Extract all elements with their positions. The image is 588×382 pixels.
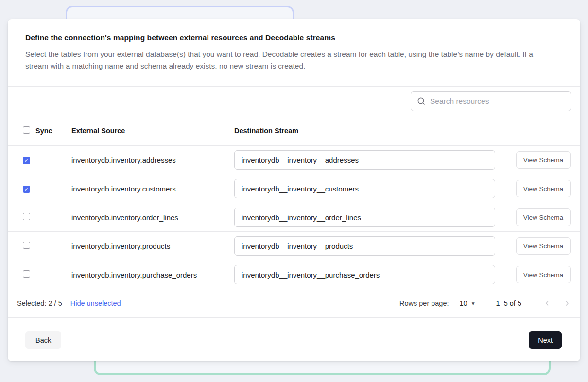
next-page-button[interactable] xyxy=(563,299,571,308)
destination-stream-input[interactable] xyxy=(234,150,495,170)
row-sync-checkbox[interactable] xyxy=(23,186,30,193)
view-schema-button[interactable]: View Schema xyxy=(516,208,571,226)
back-button[interactable]: Back xyxy=(25,331,61,349)
table-row: inventorydb.inventory.order_lines View S… xyxy=(8,203,580,231)
destination-stream-input[interactable] xyxy=(234,265,495,284)
dialog-header: Define the connection's mapping between … xyxy=(8,19,580,86)
search-icon xyxy=(417,97,426,105)
row-sync-checkbox[interactable] xyxy=(23,213,30,220)
rows-per-page-select[interactable]: 10 ▼ xyxy=(460,299,476,307)
dialog-description: Select the tables from your external dat… xyxy=(25,49,550,72)
caret-down-icon: ▼ xyxy=(471,301,476,306)
search-input[interactable] xyxy=(430,97,565,105)
destination-stream-input[interactable] xyxy=(234,179,495,198)
row-sync-checkbox[interactable] xyxy=(23,157,30,164)
external-source-label: inventorydb.inventory.customers xyxy=(71,185,234,193)
external-source-label: inventorydb.inventory.addresses xyxy=(71,156,234,164)
rows-per-page-label: Rows per page: xyxy=(399,299,449,307)
view-schema-button[interactable]: View Schema xyxy=(516,237,571,255)
destination-stream-input[interactable] xyxy=(234,208,495,227)
chevron-right-icon xyxy=(564,300,571,307)
view-schema-button[interactable]: View Schema xyxy=(516,180,571,197)
column-header-destination-stream: Destination Stream xyxy=(234,127,504,135)
select-all-checkbox[interactable] xyxy=(23,126,30,134)
external-source-label: inventorydb.inventory.order_lines xyxy=(71,213,234,222)
table-row: inventorydb.inventory.addresses View Sch… xyxy=(8,145,580,174)
row-sync-checkbox[interactable] xyxy=(23,270,30,278)
search-section xyxy=(8,87,580,116)
table-row: inventorydb.inventory.purchase_orders Vi… xyxy=(8,260,580,289)
next-button[interactable]: Next xyxy=(529,331,562,349)
hide-unselected-link[interactable]: Hide unselected xyxy=(70,299,121,307)
previous-page-button[interactable] xyxy=(543,299,552,308)
selected-count-label: Selected: 2 / 5 xyxy=(17,299,62,307)
external-source-label: inventorydb.inventory.purchase_orders xyxy=(71,271,234,279)
table-row: inventorydb.inventory.customers View Sch… xyxy=(8,174,580,203)
row-sync-checkbox[interactable] xyxy=(23,242,30,249)
external-source-label: inventorydb.inventory.products xyxy=(71,242,234,250)
rows-per-page-value: 10 xyxy=(460,299,467,307)
column-header-sync: Sync xyxy=(35,127,71,135)
view-schema-button[interactable]: View Schema xyxy=(516,266,571,283)
dialog-actions: Back Next xyxy=(8,317,580,362)
destination-stream-input[interactable] xyxy=(234,236,495,256)
table-header-row: Sync External Source Destination Stream xyxy=(8,116,580,145)
resource-mapping-dialog: Define the connection's mapping between … xyxy=(8,19,580,361)
column-header-external-source: External Source xyxy=(71,127,234,135)
pagination-range-label: 1–5 of 5 xyxy=(496,299,521,307)
view-schema-button[interactable]: View Schema xyxy=(516,151,571,169)
chevron-left-icon xyxy=(544,300,551,307)
table-row: inventorydb.inventory.products View Sche… xyxy=(8,231,580,260)
table-footer: Selected: 2 / 5 Hide unselected Rows per… xyxy=(8,289,580,317)
dialog-title: Define the connection's mapping between … xyxy=(25,34,553,42)
search-box[interactable] xyxy=(411,91,571,111)
